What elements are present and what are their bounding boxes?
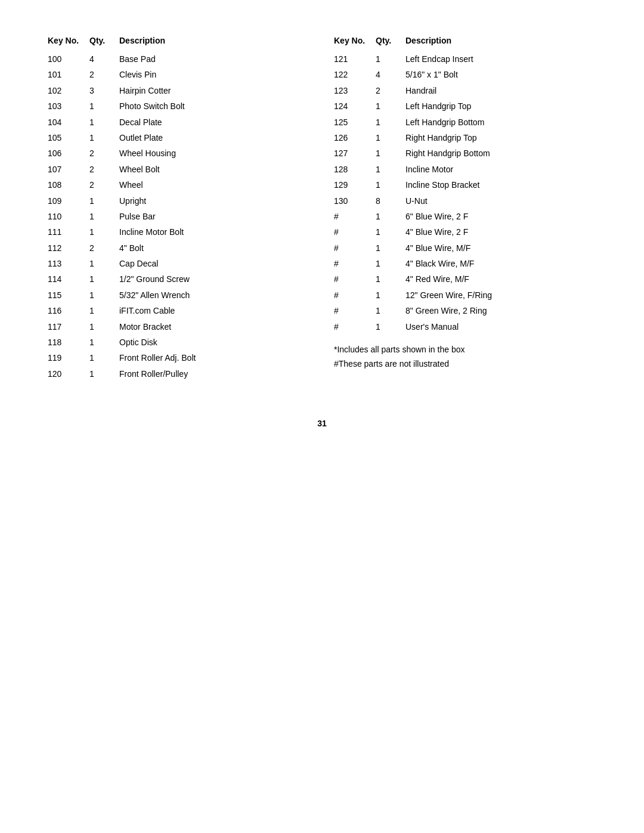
row-desc: Wheel — [119, 178, 310, 191]
row-qty: 1 — [89, 116, 119, 129]
row-desc: Motor Bracket — [119, 320, 310, 333]
row-qty: 3 — [89, 84, 119, 97]
row-qty: 1 — [89, 320, 119, 333]
row-desc: Left Handgrip Bottom — [405, 116, 596, 129]
row-key: 112 — [48, 241, 89, 255]
row-qty: 2 — [376, 84, 405, 97]
row-qty: 1 — [89, 336, 119, 349]
row-key: 120 — [48, 367, 89, 380]
table-row: 123 2 Handrail — [334, 84, 596, 97]
row-key: 107 — [48, 163, 89, 176]
table-row: # 1 6" Blue Wire, 2 F — [334, 210, 596, 223]
table-row: 119 1 Front Roller Adj. Bolt — [48, 351, 310, 364]
table-row: 107 2 Wheel Bolt — [48, 163, 310, 176]
table-row: 117 1 Motor Bracket — [48, 320, 310, 333]
row-key: 116 — [48, 304, 89, 317]
row-key: 111 — [48, 225, 89, 239]
table-row: # 1 4" Red Wire, M/F — [334, 272, 596, 286]
table-row: 101 2 Clevis Pin — [48, 68, 310, 81]
row-key: 125 — [334, 116, 376, 129]
row-key: 123 — [334, 84, 376, 97]
row-desc: Incline Motor Bolt — [119, 225, 310, 239]
table-row: 118 1 Optic Disk — [48, 336, 310, 349]
row-key: 104 — [48, 116, 89, 129]
table-row: # 1 4" Black Wire, M/F — [334, 257, 596, 270]
row-desc: Incline Stop Bracket — [405, 178, 596, 191]
row-qty: 1 — [376, 131, 405, 144]
right-table-header: Key No. Qty. Description — [334, 36, 596, 45]
row-qty: 2 — [89, 147, 119, 160]
row-qty: 1 — [376, 241, 405, 255]
row-desc: User's Manual — [405, 320, 596, 333]
footnote-line: *Includes all parts shown in the box — [334, 343, 596, 357]
row-key: 127 — [334, 147, 376, 160]
footnote-line: #These parts are not illustrated — [334, 357, 596, 371]
row-qty: 1 — [89, 194, 119, 208]
left-table-rows: 100 4 Base Pad 101 2 Clevis Pin 102 3 Ha… — [48, 52, 310, 380]
table-row: 126 1 Right Handgrip Top — [334, 131, 596, 144]
table-row: # 1 12" Green Wire, F/Ring — [334, 289, 596, 302]
row-desc: Hairpin Cotter — [119, 84, 310, 97]
table-row: 112 2 4" Bolt — [48, 241, 310, 255]
row-qty: 2 — [89, 68, 119, 81]
row-qty: 2 — [89, 178, 119, 191]
table-row: 120 1 Front Roller/Pulley — [48, 367, 310, 380]
row-desc: Optic Disk — [119, 336, 310, 349]
row-key: 117 — [48, 320, 89, 333]
row-qty: 1 — [376, 147, 405, 160]
left-table-header: Key No. Qty. Description — [48, 36, 310, 45]
row-qty: 4 — [376, 68, 405, 81]
left-header-key-no: Key No. — [48, 36, 89, 45]
row-qty: 1 — [89, 210, 119, 223]
row-key: 114 — [48, 272, 89, 286]
row-desc: Wheel Bolt — [119, 163, 310, 176]
row-qty: 1 — [89, 225, 119, 239]
table-row: 129 1 Incline Stop Bracket — [334, 178, 596, 191]
row-desc: Wheel Housing — [119, 147, 310, 160]
row-desc: Right Handgrip Bottom — [405, 147, 596, 160]
row-key: 101 — [48, 68, 89, 81]
row-desc: Handrail — [405, 84, 596, 97]
row-qty: 2 — [89, 241, 119, 255]
row-desc: Left Endcap Insert — [405, 52, 596, 66]
row-key: 103 — [48, 100, 89, 113]
row-key: 106 — [48, 147, 89, 160]
row-desc: 4" Bolt — [119, 241, 310, 255]
table-row: 121 1 Left Endcap Insert — [334, 52, 596, 66]
table-row: 100 4 Base Pad — [48, 52, 310, 66]
table-row: 127 1 Right Handgrip Bottom — [334, 147, 596, 160]
row-key: 105 — [48, 131, 89, 144]
row-desc: Base Pad — [119, 52, 310, 66]
row-qty: 4 — [89, 52, 119, 66]
row-qty: 2 — [89, 163, 119, 176]
row-qty: 1 — [89, 272, 119, 286]
row-qty: 1 — [376, 225, 405, 239]
table-row: 130 8 U-Nut — [334, 194, 596, 208]
table-row: 110 1 Pulse Bar — [48, 210, 310, 223]
table-row: 102 3 Hairpin Cotter — [48, 84, 310, 97]
right-header-qty: Qty. — [376, 36, 405, 45]
row-key: 128 — [334, 163, 376, 176]
row-qty: 1 — [89, 289, 119, 302]
row-key: # — [334, 320, 376, 333]
row-qty: 1 — [376, 100, 405, 113]
table-row: 103 1 Photo Switch Bolt — [48, 100, 310, 113]
table-row: # 1 User's Manual — [334, 320, 596, 333]
table-row: 111 1 Incline Motor Bolt — [48, 225, 310, 239]
row-key: 126 — [334, 131, 376, 144]
row-desc: 4" Blue Wire, 2 F — [405, 225, 596, 239]
row-desc: Photo Switch Bolt — [119, 100, 310, 113]
row-key: 102 — [48, 84, 89, 97]
table-row: 114 1 1/2" Ground Screw — [48, 272, 310, 286]
row-qty: 1 — [376, 272, 405, 286]
row-desc: 4" Red Wire, M/F — [405, 272, 596, 286]
row-key: 113 — [48, 257, 89, 270]
row-qty: 1 — [89, 304, 119, 317]
row-key: 121 — [334, 52, 376, 66]
row-key: 119 — [48, 351, 89, 364]
row-key: 122 — [334, 68, 376, 81]
table-row: # 1 4" Blue Wire, 2 F — [334, 225, 596, 239]
table-row: 105 1 Outlet Plate — [48, 131, 310, 144]
table-row: 104 1 Decal Plate — [48, 116, 310, 129]
row-desc: Decal Plate — [119, 116, 310, 129]
